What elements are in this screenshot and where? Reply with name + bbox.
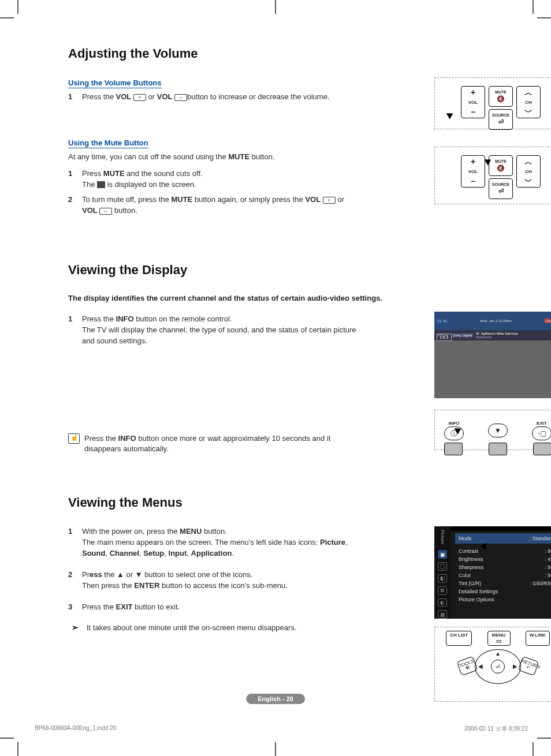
remote-diagram-info: INFO ⓘ ▼ EXIT ⋅▢ — [434, 410, 551, 450]
remote-chlist-button: CH LIST — [446, 631, 472, 646]
heading-adjusting-volume: Adjusting the Volume — [68, 46, 496, 61]
step-number: 1 — [68, 314, 82, 347]
step-number: 3 — [68, 602, 82, 613]
step-number: 2 — [68, 194, 82, 216]
mute-indicator-icon — [97, 181, 105, 188]
step-number: 1 — [68, 92, 82, 103]
picture-icon: ▣ — [438, 550, 447, 559]
remote-return-button: RETURN↶ — [518, 656, 539, 676]
step-text: Press the ▲ or ▼ button to select one of… — [82, 570, 359, 592]
step-text: Press the INFO button on the remote cont… — [82, 314, 359, 347]
step-number: 1 — [68, 169, 82, 190]
sound-icon: ◯ — [438, 562, 447, 571]
vol-plus-icon: + — [323, 197, 336, 204]
menu-osd-screenshot: Picture ▣ ◯ ◧ ✿ ◐ ▦ Mode: Standard Contr… — [434, 526, 551, 619]
remote-ch-button: ︿CH﹀ — [516, 155, 541, 188]
remote-source-button: SOURCE⏎ — [489, 178, 513, 199]
remote-color-button — [533, 443, 551, 455]
remote-mute-button: MUTE🔇 — [489, 155, 513, 176]
subhead-volume-buttons: Using the Volume Buttons — [68, 78, 162, 88]
dpad-left-icon: ◀ — [478, 663, 483, 669]
remote-diagram-volume: +VOL− MUTE🔇 SOURCE⏎ ︿CH﹀ — [434, 77, 551, 129]
remote-diagram-mute: +VOL− MUTE🔇 SOURCE⏎ ︿CH﹀ — [434, 147, 551, 204]
channel-icon: ◧ — [438, 574, 447, 583]
vol-minus-icon: – — [99, 208, 112, 215]
remote-wlink-button: W.LINK — [526, 631, 550, 646]
remote-vol-button: +VOL− — [461, 86, 485, 118]
note-text: Press the INFO button once more or wait … — [84, 433, 356, 455]
step-text: Press the VOL + or VOL –button to increa… — [82, 92, 359, 103]
heading-viewing-menus: Viewing the Menus — [68, 495, 496, 510]
step-text: With the power on, press the MENU button… — [82, 526, 359, 559]
step-number: 2 — [68, 570, 82, 592]
remote-mute-button: MUTE🔇 — [489, 86, 513, 107]
vol-plus-icon: + — [133, 94, 146, 101]
info-osd-screenshot: TV #1 Wed, Jan 2 12:28am English DTV Air… — [434, 312, 551, 398]
page-footer-pill: English - 20 — [246, 694, 305, 704]
vol-minus-icon: – — [174, 94, 187, 101]
arrow-icon: ➢ — [68, 623, 82, 632]
step-text: To turn mute off, press the MUTE button … — [82, 194, 359, 216]
step-text: Press MUTE and the sound cuts off. The i… — [82, 169, 359, 190]
step-number: 1 — [68, 526, 82, 559]
note-text: It takes about one minute until the on-s… — [87, 623, 297, 634]
mute-intro: At any time, you can cut off the sound u… — [68, 152, 345, 163]
remote-diagram-menu: CH LIST MENU▭ W.LINK TOOLS🛠 ▲ ◀ ▶ ⏎ RETU… — [434, 627, 551, 702]
input-icon: ◐ — [438, 598, 447, 607]
display-intro: The display identifies the current chann… — [68, 294, 496, 302]
remote-source-button: SOURCE⏎ — [489, 109, 513, 130]
footer-file: BP68-00660A-00Eng_1.indd 20 — [35, 725, 116, 733]
remote-ch-button: ︿CH﹀ — [516, 86, 541, 118]
remote-exit-button: ⋅▢ — [532, 426, 551, 440]
remote-color-button — [444, 443, 463, 455]
subhead-mute-button: Using the Mute Button — [68, 139, 148, 148]
note-icon — [68, 433, 80, 444]
remote-menu-button: MENU▭ — [487, 631, 511, 646]
dpad-up-icon: ▲ — [495, 650, 501, 657]
remote-color-button — [489, 443, 507, 455]
setup-icon: ✿ — [438, 586, 447, 595]
application-icon: ▦ — [438, 610, 447, 619]
dpad-right-icon: ▶ — [513, 663, 518, 669]
footer-timestamp: 2008-02-11 오후 8:39:22 — [464, 725, 528, 733]
heading-viewing-display: Viewing the Display — [68, 263, 496, 278]
remote-vol-button: +VOL− — [461, 155, 485, 188]
remote-down-button: ▼ — [488, 424, 508, 437]
step-text: Press the EXIT button to exit. — [82, 602, 359, 613]
